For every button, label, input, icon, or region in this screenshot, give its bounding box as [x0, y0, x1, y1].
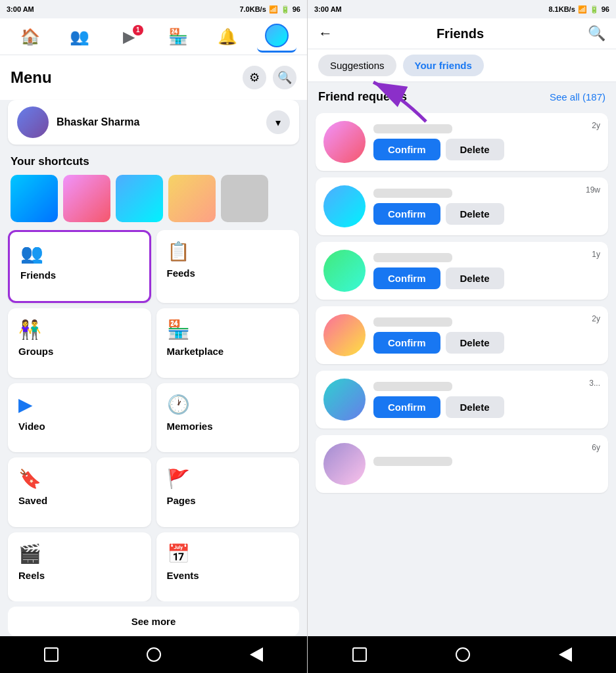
- requests-section: Friend requests See all (187): [308, 82, 616, 113]
- request-actions-1: Confirm Delete: [373, 139, 600, 160]
- menu-card-groups[interactable]: 👫 Groups: [8, 308, 151, 377]
- menu-card-video[interactable]: ▶ Video: [8, 383, 151, 452]
- shortcut-4[interactable]: [168, 175, 216, 222]
- request-name-3: [373, 253, 452, 262]
- requests-title: Friend requests: [318, 90, 407, 104]
- nav-video[interactable]: ▶ 1: [109, 21, 149, 53]
- menu-header: Menu ⚙ 🔍: [0, 55, 307, 100]
- shortcut-1[interactable]: [11, 175, 58, 222]
- request-name-1: [373, 124, 452, 133]
- left-panel: 3:00 AM 7.0KB/s 📶 🔋 96 🏠 👥 ▶ 1 🏪 🔔: [0, 0, 308, 673]
- friends-header: ← Friends 🔍: [308, 18, 616, 49]
- menu-card-feeds[interactable]: 📋 Feeds: [156, 230, 300, 303]
- search-friends-button[interactable]: 🔍: [588, 25, 605, 42]
- sys-back-btn[interactable]: [250, 647, 263, 662]
- delete-button-1[interactable]: Delete: [446, 139, 504, 160]
- nav-friends[interactable]: 👥: [60, 21, 99, 53]
- confirm-button-2[interactable]: Confirm: [373, 203, 440, 225]
- request-actions-3: Confirm Delete: [373, 267, 600, 289]
- nav-notifications[interactable]: 🔔: [208, 21, 247, 53]
- request-avatar-4: [323, 314, 366, 356]
- groups-menu-icon: 👫: [18, 319, 141, 340]
- groups-menu-label: Groups: [18, 346, 141, 357]
- menu-actions: ⚙ 🔍: [243, 66, 296, 89]
- friends-menu-label: Friends: [20, 269, 139, 281]
- request-name-6: [373, 457, 452, 466]
- request-actions-5: Confirm Delete: [373, 396, 600, 418]
- time-right: 3:00 AM: [314, 5, 342, 13]
- confirm-button-1[interactable]: Confirm: [373, 139, 440, 160]
- shortcut-5[interactable]: [221, 175, 268, 222]
- nav-marketplace[interactable]: 🏪: [158, 21, 198, 53]
- menu-card-friends[interactable]: 👥 Friends: [8, 230, 151, 303]
- request-name-4: [373, 317, 452, 327]
- nav-profile[interactable]: [257, 21, 296, 53]
- tab-suggestions[interactable]: Suggestions: [318, 55, 396, 76]
- square-icon: [44, 647, 59, 662]
- timestamp-3: 1y: [592, 250, 600, 259]
- request-actions-2: Confirm Delete: [373, 203, 600, 225]
- user-row[interactable]: Bhaskar Sharma ▾: [8, 100, 299, 145]
- avatar: [17, 106, 49, 138]
- bottom-nav-right: [308, 636, 616, 673]
- timestamp-4: 2y: [592, 314, 600, 323]
- request-actions-4: Confirm Delete: [373, 332, 600, 354]
- dropdown-button[interactable]: ▾: [266, 110, 290, 134]
- signal-icon: 📶: [269, 5, 278, 14]
- sys-square-btn-right[interactable]: [352, 647, 367, 662]
- memories-menu-label: Memories: [167, 421, 289, 432]
- menu-card-saved[interactable]: 🔖 Saved: [8, 457, 151, 526]
- confirm-button-3[interactable]: Confirm: [373, 267, 440, 289]
- request-info-3: Confirm Delete: [373, 253, 600, 289]
- request-info-6: [373, 457, 600, 471]
- friends-menu-icon: 👥: [20, 243, 139, 264]
- request-avatar-2: [323, 185, 366, 227]
- confirm-button-4[interactable]: Confirm: [373, 332, 440, 354]
- sys-back-btn-right[interactable]: [559, 647, 572, 662]
- battery-icon: 🔋: [281, 5, 290, 14]
- menu-card-reels[interactable]: 🎬 Reels: [8, 532, 151, 601]
- settings-button[interactable]: ⚙: [243, 66, 266, 89]
- shortcuts-row: [0, 172, 307, 230]
- home-icon: 🏠: [20, 28, 40, 46]
- delete-button-2[interactable]: Delete: [446, 203, 504, 225]
- menu-card-pages[interactable]: 🚩 Pages: [156, 457, 300, 526]
- see-more-row[interactable]: See more: [8, 607, 299, 636]
- back-button[interactable]: ←: [318, 25, 333, 42]
- video-menu-label: Video: [18, 421, 141, 432]
- pages-menu-label: Pages: [167, 495, 289, 506]
- timestamp-1: 2y: [592, 121, 600, 130]
- tab-your-friends[interactable]: Your friends: [403, 55, 484, 76]
- sys-square-btn[interactable]: [44, 647, 59, 662]
- triangle-icon: [250, 647, 263, 662]
- request-avatar-3: [323, 250, 366, 292]
- shortcut-2[interactable]: [63, 175, 110, 222]
- circle-icon-right: [456, 647, 470, 662]
- circle-icon: [147, 647, 161, 662]
- sys-circle-btn[interactable]: [147, 647, 161, 662]
- sys-circle-btn-right[interactable]: [456, 647, 470, 662]
- delete-button-5[interactable]: Delete: [446, 396, 504, 418]
- shortcuts-label: Your shortcuts: [0, 150, 307, 172]
- user-name: Bhaskar Sharma: [57, 116, 258, 128]
- delete-button-4[interactable]: Delete: [446, 332, 504, 354]
- search-button[interactable]: 🔍: [273, 66, 296, 89]
- menu-card-memories[interactable]: 🕐 Memories: [156, 383, 300, 452]
- request-info-4: Confirm Delete: [373, 317, 600, 354]
- feeds-menu-icon: 📋: [167, 241, 289, 262]
- video-menu-icon: ▶: [18, 394, 141, 415]
- shortcut-3[interactable]: [116, 175, 163, 222]
- menu-card-events[interactable]: 📅 Events: [156, 532, 300, 601]
- bell-icon: 🔔: [218, 28, 237, 46]
- menu-card-marketplace[interactable]: 🏪 Marketplace: [156, 308, 300, 377]
- see-all-link[interactable]: See all (187): [550, 91, 605, 103]
- battery-level-right: 96: [602, 5, 609, 13]
- request-card-3: Confirm Delete 1y: [316, 242, 608, 300]
- tabs-row: Suggestions Your friends: [308, 49, 616, 82]
- confirm-button-5[interactable]: Confirm: [373, 396, 440, 418]
- nav-home[interactable]: 🏠: [11, 21, 50, 53]
- friends-icon: 👥: [70, 28, 89, 46]
- request-avatar-5: [323, 379, 366, 421]
- delete-button-3[interactable]: Delete: [446, 267, 504, 289]
- request-card-1: Confirm Delete 2y: [316, 113, 608, 171]
